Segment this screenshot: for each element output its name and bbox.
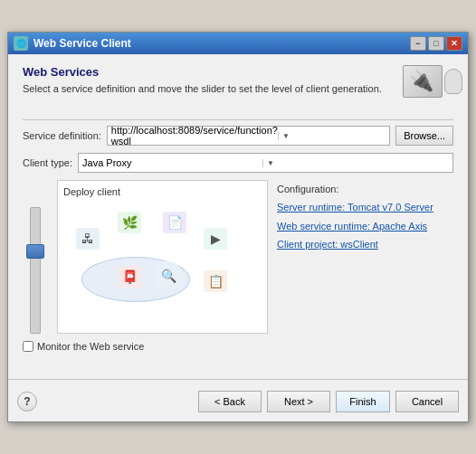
client-type-label: Client type: [23, 157, 72, 168]
deploy-label: Deploy client [63, 186, 262, 197]
client-type-row: Client type: Java Proxy ▼ [23, 153, 453, 173]
client-type-arrow[interactable]: ▼ [262, 159, 449, 167]
header-text: Web Services Select a service definition… [23, 65, 394, 96]
node-icon-6: 🔍 [154, 261, 183, 290]
config-title: Configuration: [277, 184, 453, 194]
diagram-area: 🖧 🌿 📄 ▶ 📮 🔍 [63, 203, 262, 311]
diagram-node-6: 🔍 [154, 261, 183, 290]
service-definition-row: Service definition: http://localhost:808… [23, 126, 453, 146]
main-area: Deploy client 🖧 🌿 📄 ▶ [23, 180, 453, 334]
window-title: Web Service Client [33, 37, 131, 50]
node-icon-7: 📋 [204, 270, 227, 292]
monitor-checkbox-row: Monitor the Web service [23, 341, 453, 352]
node-icon-2: 🌿 [118, 212, 141, 233]
service-definition-value: http://localhost:8089/service/function?w… [111, 125, 278, 147]
maximize-button[interactable]: □ [428, 36, 444, 51]
browse-button[interactable]: Browse... [395, 126, 453, 146]
back-button[interactable]: < Back [198, 391, 262, 412]
service-definition-arrow[interactable]: ▼ [278, 132, 386, 140]
node-icon-1: 🖧 [76, 228, 100, 250]
button-row: ? < Back Next > Finish Cancel [8, 385, 468, 421]
node-icon-3: 📄 [163, 212, 186, 233]
help-button[interactable]: ? [17, 392, 37, 411]
close-button[interactable]: ✕ [446, 36, 462, 51]
next-button[interactable]: Next > [267, 391, 330, 412]
monitor-label[interactable]: Monitor the Web service [37, 341, 144, 352]
title-bar-controls: − □ ✕ [410, 36, 462, 51]
monitor-checkbox[interactable] [23, 341, 33, 352]
slider-thumb[interactable] [26, 244, 44, 259]
top-divider [23, 119, 453, 120]
slider-area [23, 180, 48, 334]
diagram-node-3: 📄 [163, 212, 186, 233]
bottom-divider [8, 379, 468, 380]
diagram-node-7: 📋 [204, 270, 227, 292]
header-section: Web Services Select a service definition… [23, 65, 453, 110]
minimize-button[interactable]: − [410, 36, 426, 51]
diagram-node-4: ▶ [204, 228, 227, 250]
window-icon: 🌐 [14, 36, 28, 51]
diagram-node-5: 📮 [118, 266, 141, 288]
node-icon-5: 📮 [118, 266, 141, 288]
service-definition-combo[interactable]: http://localhost:8089/service/function?w… [107, 126, 390, 146]
slider-track[interactable] [30, 207, 41, 334]
finish-button[interactable]: Finish [336, 391, 390, 412]
content-area: Web Services Select a service definition… [8, 54, 468, 374]
config-link-project[interactable]: Client project: wsClient [277, 237, 453, 252]
cancel-button[interactable]: Cancel [395, 391, 459, 412]
node-icon-4: ▶ [204, 228, 227, 250]
client-type-combo[interactable]: Java Proxy ▼ [78, 153, 453, 173]
preview-box: Deploy client 🖧 🌿 📄 ▶ [57, 180, 268, 334]
config-link-server[interactable]: Server runtime: Tomcat v7.0 Server [277, 200, 453, 215]
section-description: Select a service definition and move the… [23, 82, 394, 96]
section-title: Web Services [23, 65, 394, 79]
diagram-node-2: 🌿 [118, 212, 141, 233]
title-bar: 🌐 Web Service Client − □ ✕ [8, 33, 468, 54]
header-icon: 🔌 [403, 65, 453, 110]
config-panel: Configuration: Server runtime: Tomcat v7… [277, 180, 453, 334]
service-definition-label: Service definition: [23, 130, 101, 141]
icon-box: 🔌 [403, 65, 443, 98]
main-window: 🌐 Web Service Client − □ ✕ Web Services … [7, 32, 469, 422]
diagram-node-1: 🖧 [76, 228, 100, 250]
icon-handle [444, 69, 462, 94]
client-type-value: Java Proxy [82, 157, 262, 168]
config-link-runtime[interactable]: Web service runtime: Apache Axis [277, 219, 453, 234]
